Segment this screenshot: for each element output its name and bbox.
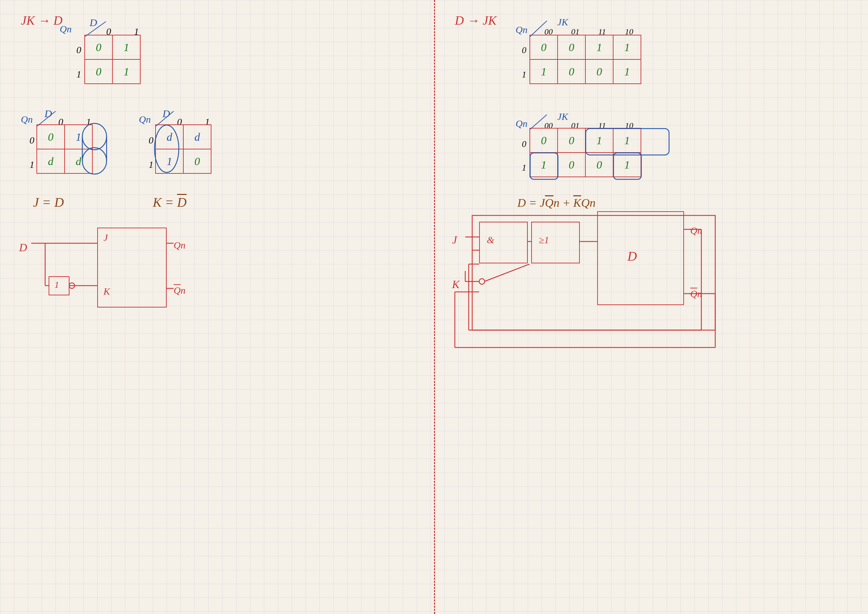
kmap2-cell-10: d <box>37 149 65 173</box>
rkmap1-cell-010: 1 <box>613 35 641 59</box>
kmap1-table: 0 1 0 1 <box>84 35 141 84</box>
rkmap2-cell-101: 0 <box>558 152 585 177</box>
rkmap1-table: 0 0 1 1 1 0 0 1 <box>530 35 641 84</box>
or-gate-box: ≥1 <box>531 222 580 263</box>
kmap2-d-label: D <box>45 108 52 120</box>
jk-ff-qn-output: Qn <box>174 240 185 251</box>
jk-ff-k-label: K <box>104 286 110 297</box>
rcircuit-j-input: J <box>452 233 457 246</box>
jk-ff-j-label: J <box>104 232 108 243</box>
rcircuit-qnbar-output: Qn <box>690 288 702 300</box>
left-title: JK → D <box>21 13 62 28</box>
or-gate-label: ≥1 <box>539 235 549 246</box>
rkmap2-row1: 1 <box>522 163 526 173</box>
right-title: D → JK <box>455 13 496 28</box>
d-ff-box: D <box>597 211 684 305</box>
kmap2-table: 0 1 d d <box>36 124 93 174</box>
kmap3-cell-01: d <box>183 125 211 149</box>
rkmap1-cell-011: 1 <box>585 35 613 59</box>
kmap1-cell-01: 1 <box>113 35 140 59</box>
circuit-d-input: D <box>19 241 27 254</box>
kmap3-cell-10: 1 <box>155 149 183 173</box>
rkmap1-row1: 1 <box>522 70 526 80</box>
kmap3-row0: 0 <box>149 135 153 146</box>
rkmap2-jk-label: JK <box>557 111 568 122</box>
kmap2-row1: 1 <box>29 159 34 170</box>
rcircuit-qn-output: Qn <box>690 225 702 236</box>
kmap3-table: d d 1 0 <box>155 124 211 174</box>
rkmap1-cell-111: 0 <box>585 59 613 84</box>
kmap3-cell-11: 0 <box>183 149 211 173</box>
kmap1-row1: 1 <box>76 69 81 80</box>
rkmap2-cell-110: 1 <box>613 152 641 177</box>
svg-point-22 <box>479 279 485 284</box>
kmap3-cell-00: d <box>155 125 183 149</box>
kmap1-cell-10: 0 <box>85 59 113 84</box>
j-equals-d: J = D <box>33 194 64 210</box>
kmap1-qn-label: Qn <box>60 23 71 35</box>
jk-ff-qnbar-output: Qn <box>174 285 185 296</box>
and-gate-box: & <box>479 222 528 263</box>
rkmap1-cell-001: 0 <box>558 35 585 59</box>
rkmap1-qn-label: Qn <box>516 24 527 36</box>
inverter-label: 1 <box>54 280 59 290</box>
k-equals-dbar: K = D <box>153 194 186 210</box>
kmap3-d-label: D <box>163 108 170 120</box>
rkmap1-row0: 0 <box>522 45 526 56</box>
kmap2-cell-11: d <box>65 149 92 173</box>
kmap1-row0: 0 <box>76 45 81 56</box>
kmap3-qn-label: Qn <box>139 114 151 125</box>
rkmap2-row0: 0 <box>522 139 526 149</box>
rkmap2-cell-011: 1 <box>585 128 613 152</box>
inverter-box <box>49 276 70 295</box>
kmap1-cell-00: 0 <box>85 35 113 59</box>
rkmap2-cell-001: 0 <box>558 128 585 152</box>
kmap2-cell-00: 0 <box>37 125 65 149</box>
rkmap2-cell-000: 0 <box>530 128 558 152</box>
kmap1-cell-11: 1 <box>113 59 140 84</box>
kmap3-row1: 1 <box>149 159 153 170</box>
rkmap1-cell-100: 1 <box>530 59 558 84</box>
kmap2-cell-01: 1 <box>65 125 92 149</box>
kmap1-d-label: D <box>90 17 97 28</box>
and-gate-label: & <box>487 235 494 246</box>
kmap2-row0: 0 <box>29 135 34 146</box>
rkmap1-cell-110: 1 <box>613 59 641 84</box>
rkmap1-cell-101: 0 <box>558 59 585 84</box>
rkmap2-qn-label: Qn <box>516 118 527 129</box>
kmap2-qn-label: Qn <box>21 114 33 125</box>
svg-line-23 <box>484 264 530 281</box>
svg-point-5 <box>69 283 74 288</box>
rkmap2-cell-111: 0 <box>585 152 613 177</box>
rkmap2-table: 0 0 1 1 1 0 0 1 <box>530 128 641 177</box>
d-ff-label: D <box>628 249 637 264</box>
rkmap2-cell-010: 1 <box>613 128 641 152</box>
rkmap2-cell-100: 1 <box>530 152 558 177</box>
vertical-divider <box>434 0 435 614</box>
rkmap1-jk-label: JK <box>557 17 568 28</box>
right-equation: D = JQn + KQn <box>517 196 595 210</box>
rkmap1-cell-000: 0 <box>530 35 558 59</box>
rcircuit-k-input: K <box>452 278 459 291</box>
